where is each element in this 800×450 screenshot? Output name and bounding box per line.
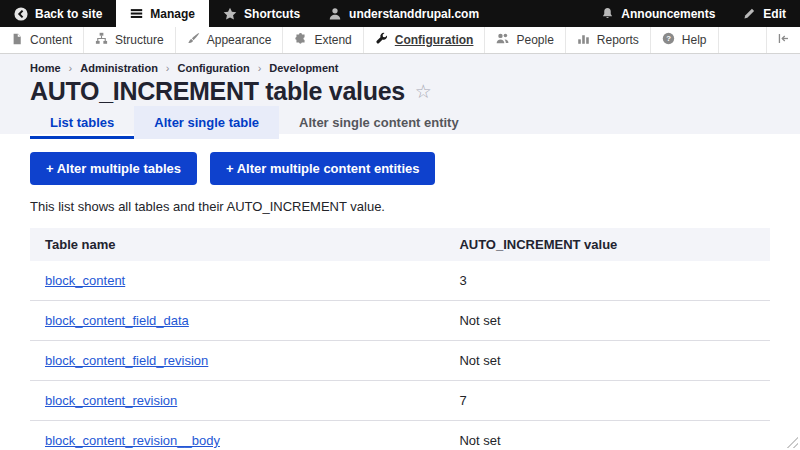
edit-label: Edit — [763, 7, 786, 21]
table-link[interactable]: block_content_revision__body — [45, 433, 220, 448]
table-link[interactable]: block_content_field_revision — [45, 353, 208, 368]
toolbar-spacer — [493, 0, 587, 27]
alter-multiple-tables-button[interactable]: + Alter multiple tables — [30, 152, 197, 185]
favorite-star-icon[interactable]: ☆ — [415, 82, 432, 101]
table-link[interactable]: block_content_field_data — [45, 313, 189, 328]
back-to-site-label: Back to site — [35, 7, 102, 21]
menu-item-extend[interactable]: Extend — [283, 27, 363, 53]
menu-label-configuration: Configuration — [395, 33, 474, 47]
menu-item-structure[interactable]: Structure — [84, 27, 176, 53]
page-title: AUTO_INCREMENT table values — [30, 77, 405, 106]
breadcrumb-home[interactable]: Home — [30, 62, 61, 74]
page-description: This list shows all tables and their AUT… — [30, 199, 770, 214]
column-header-table-name: Table name — [30, 228, 444, 261]
wrench-icon — [375, 32, 388, 48]
collapse-left-icon — [777, 32, 790, 48]
menu-item-content[interactable]: Content — [0, 27, 84, 53]
star-icon — [223, 7, 237, 21]
svg-text:?: ? — [666, 34, 671, 43]
pencil-icon — [743, 7, 756, 20]
auto-increment-table: Table name AUTO_INCREMENT value block_co… — [30, 228, 770, 450]
menu-label-extend: Extend — [314, 33, 351, 47]
menu-item-reports[interactable]: Reports — [566, 27, 651, 53]
main-content: + Alter multiple tables + Alter multiple… — [0, 134, 800, 450]
menu-spacer — [719, 27, 766, 53]
back-arrow-icon — [14, 7, 28, 21]
column-header-auto-increment-value: AUTO_INCREMENT value — [444, 228, 770, 261]
menu-item-configuration[interactable]: Configuration — [364, 27, 486, 53]
table-value: Not set — [444, 341, 770, 381]
table-row: block_content 3 — [30, 261, 770, 301]
shortcuts-tab[interactable]: Shortcuts — [209, 0, 314, 27]
breadcrumb-configuration[interactable]: Configuration — [178, 62, 250, 74]
action-buttons: + Alter multiple tables + Alter multiple… — [30, 152, 770, 185]
table-header-row: Table name AUTO_INCREMENT value — [30, 228, 770, 261]
menu-label-reports: Reports — [597, 33, 639, 47]
table-row: block_content_revision__body Not set — [30, 421, 770, 450]
breadcrumb-separator: › — [166, 62, 170, 74]
user-icon — [328, 7, 342, 21]
toolbar-orientation-toggle[interactable] — [766, 27, 800, 53]
menu-label-content: Content — [30, 33, 72, 47]
page-header: Home › Administration › Configuration › … — [0, 54, 800, 134]
file-icon — [11, 33, 23, 48]
table-value: Not set — [444, 421, 770, 450]
back-to-site-button[interactable]: Back to site — [0, 0, 116, 27]
announcements-label: Announcements — [621, 7, 715, 21]
table-link[interactable]: block_content_revision — [45, 393, 177, 408]
announcements-button[interactable]: Announcements — [587, 0, 729, 27]
menu-label-appearance: Appearance — [207, 33, 272, 47]
menu-item-appearance[interactable]: Appearance — [176, 27, 284, 53]
table-link[interactable]: block_content — [45, 273, 125, 288]
menu-item-help[interactable]: ? Help — [651, 27, 719, 53]
table-row: block_content_field_revision Not set — [30, 341, 770, 381]
breadcrumb-separator: › — [258, 62, 262, 74]
breadcrumb: Home › Administration › Configuration › … — [30, 62, 770, 74]
breadcrumb-development[interactable]: Development — [269, 62, 338, 74]
account-label: understanddrupal.com — [349, 7, 479, 21]
admin-menu-bar: Content Structure Appearance Extend Conf… — [0, 27, 800, 54]
bell-icon — [601, 7, 614, 20]
tab-alter-single-content-entity[interactable]: Alter single content entity — [279, 106, 479, 139]
shortcuts-label: Shortcuts — [244, 7, 300, 21]
breadcrumb-separator: › — [69, 62, 73, 74]
tab-list-tables[interactable]: List tables — [30, 106, 134, 139]
alter-multiple-content-entities-button[interactable]: + Alter multiple content entities — [210, 152, 435, 185]
edit-button[interactable]: Edit — [729, 0, 800, 27]
table-value: 3 — [444, 261, 770, 301]
manage-label: Manage — [150, 7, 195, 21]
primary-tabs: List tables Alter single table Alter sin… — [30, 106, 479, 139]
puzzle-icon — [294, 32, 307, 48]
menu-label-people: People — [516, 33, 553, 47]
manage-tab[interactable]: Manage — [116, 0, 209, 27]
people-icon — [496, 32, 509, 48]
admin-toolbar: Back to site Manage Shortcuts understand… — [0, 0, 800, 27]
menu-item-people[interactable]: People — [485, 27, 565, 53]
table-row: block_content_revision 7 — [30, 381, 770, 421]
help-icon: ? — [662, 32, 675, 48]
breadcrumb-administration[interactable]: Administration — [80, 62, 158, 74]
table-value: 7 — [444, 381, 770, 421]
sitemap-icon — [95, 32, 108, 48]
tab-alter-single-table[interactable]: Alter single table — [134, 106, 279, 139]
table-value: Not set — [444, 301, 770, 341]
menu-label-structure: Structure — [115, 33, 164, 47]
paintbrush-icon — [187, 32, 200, 48]
bar-chart-icon — [577, 32, 590, 48]
user-account-tab[interactable]: understanddrupal.com — [314, 0, 493, 27]
menu-label-help: Help — [682, 33, 707, 47]
hamburger-menu-icon — [130, 7, 143, 20]
table-row: block_content_field_data Not set — [30, 301, 770, 341]
